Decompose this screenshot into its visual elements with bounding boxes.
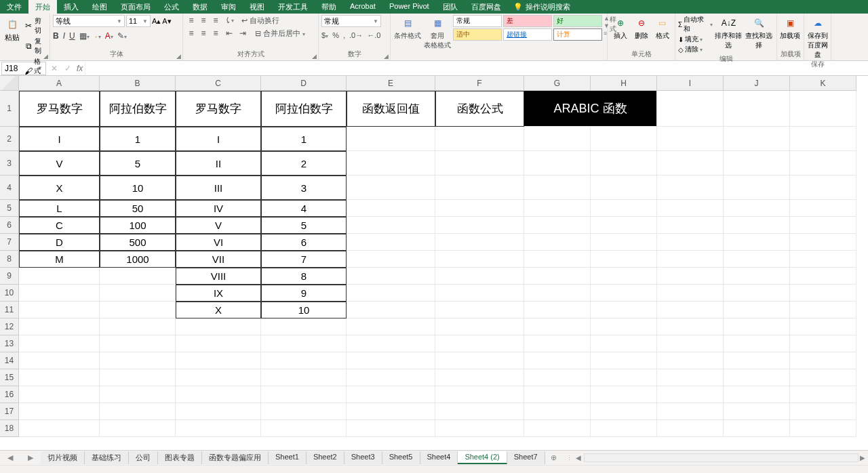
- cell[interactable]: [591, 200, 657, 217]
- cell[interactable]: [657, 352, 724, 369]
- fill-color-button[interactable]: ⬪▾: [94, 31, 101, 41]
- cell[interactable]: 1000: [100, 251, 176, 268]
- cell[interactable]: [19, 369, 100, 386]
- cell[interactable]: [657, 285, 724, 302]
- cell[interactable]: [524, 127, 591, 151]
- cell[interactable]: [261, 335, 347, 352]
- cell[interactable]: C: [19, 217, 100, 234]
- cell[interactable]: [724, 302, 790, 318]
- cell[interactable]: [435, 176, 524, 200]
- cancel-formula-icon[interactable]: ✕: [47, 64, 61, 73]
- tell-me-search[interactable]: 💡 操作说明搜索: [513, 2, 570, 12]
- cell[interactable]: 6: [261, 234, 347, 251]
- cell[interactable]: [724, 217, 790, 234]
- clear-button[interactable]: ◇清除▾: [678, 45, 713, 54]
- cell[interactable]: L: [19, 200, 100, 217]
- cell[interactable]: [347, 200, 435, 217]
- cell[interactable]: 1: [261, 127, 347, 151]
- cell[interactable]: [657, 386, 724, 403]
- paste-button[interactable]: 📋 粘贴: [3, 15, 22, 44]
- cell[interactable]: [657, 217, 724, 234]
- cell[interactable]: [524, 369, 591, 386]
- cell[interactable]: [435, 335, 524, 352]
- cell[interactable]: [524, 268, 591, 285]
- cell[interactable]: [790, 420, 856, 437]
- cell[interactable]: [657, 151, 724, 176]
- ribbon-tab-审阅[interactable]: 审阅: [214, 0, 243, 14]
- cell[interactable]: [435, 302, 524, 318]
- cell[interactable]: VI: [176, 234, 261, 251]
- cell[interactable]: [347, 335, 435, 352]
- cell[interactable]: I: [19, 127, 100, 151]
- increase-indent-icon[interactable]: ⇥: [237, 28, 248, 39]
- sheet-tab[interactable]: Sheet4 (2): [458, 451, 507, 464]
- cell[interactable]: [100, 369, 176, 386]
- cell[interactable]: [524, 200, 591, 217]
- clipboard-dialog-icon[interactable]: ◢: [43, 53, 48, 60]
- cell[interactable]: 7: [261, 251, 347, 268]
- cell[interactable]: [347, 352, 435, 369]
- cell[interactable]: 100: [100, 217, 176, 234]
- cell[interactable]: [19, 302, 100, 318]
- ribbon-tab-帮助[interactable]: 帮助: [315, 0, 343, 14]
- column-header-D[interactable]: D: [261, 76, 347, 91]
- merge-center-button[interactable]: ⊟ 合并后居中 ▾: [255, 28, 305, 39]
- cell[interactable]: [19, 352, 100, 369]
- number-dialog-icon[interactable]: ◢: [384, 53, 389, 60]
- row-header-12[interactable]: 12: [0, 318, 19, 335]
- cell[interactable]: [19, 335, 100, 352]
- align-left-icon[interactable]: ≡: [186, 28, 197, 39]
- cell[interactable]: [100, 386, 176, 403]
- cell[interactable]: [724, 91, 790, 127]
- cell[interactable]: [591, 268, 657, 285]
- sheet-tab[interactable]: Sheet3: [344, 451, 382, 464]
- sheet-nav-next-icon[interactable]: ▶: [28, 453, 33, 462]
- cell[interactable]: [591, 369, 657, 386]
- cell[interactable]: 1: [100, 127, 176, 151]
- style-normal[interactable]: 常规: [453, 15, 502, 27]
- cell[interactable]: [347, 369, 435, 386]
- sheet-tab[interactable]: Sheet4: [420, 451, 458, 464]
- cell[interactable]: I: [176, 127, 261, 151]
- grid[interactable]: ABCDEFGHIJK 123456789101112131415161718 …: [0, 76, 868, 450]
- cell[interactable]: [591, 318, 657, 335]
- add-sheet-button[interactable]: ⊕: [545, 452, 562, 464]
- sheet-tab[interactable]: 函数专题偏应用: [202, 451, 269, 464]
- cell[interactable]: [790, 302, 856, 318]
- row-header-5[interactable]: 5: [0, 200, 19, 217]
- font-size-select[interactable]: 11▼: [126, 15, 151, 27]
- cell[interactable]: [591, 176, 657, 200]
- cell[interactable]: IX: [176, 285, 261, 302]
- cell[interactable]: [724, 127, 790, 151]
- cell[interactable]: [790, 318, 856, 335]
- column-header-E[interactable]: E: [347, 76, 435, 91]
- cell[interactable]: [591, 302, 657, 318]
- column-header-J[interactable]: J: [724, 76, 790, 91]
- fx-icon[interactable]: fx: [75, 64, 85, 73]
- cell-styles-gallery[interactable]: 常规 差 好 适中 超链接 计算: [453, 15, 602, 41]
- cell[interactable]: [19, 403, 100, 420]
- cell[interactable]: [591, 251, 657, 268]
- cell[interactable]: 函数公式: [435, 91, 524, 127]
- cell[interactable]: [435, 403, 524, 420]
- phonetic-button[interactable]: ✎▾: [117, 31, 127, 41]
- cell[interactable]: [176, 369, 261, 386]
- wrap-text-button[interactable]: ↩ 自动换行: [241, 16, 279, 26]
- cell[interactable]: 4: [261, 200, 347, 217]
- cell[interactable]: M: [19, 251, 100, 268]
- cell[interactable]: [524, 318, 591, 335]
- delete-cells-button[interactable]: ⊖删除: [631, 15, 651, 41]
- cell[interactable]: 罗马数字: [19, 91, 100, 127]
- align-top-icon[interactable]: ≡: [186, 15, 197, 26]
- cell[interactable]: [724, 234, 790, 251]
- cell[interactable]: 5: [100, 151, 176, 176]
- row-header-18[interactable]: 18: [0, 420, 19, 437]
- cell[interactable]: VIII: [176, 268, 261, 285]
- alignment-dialog-icon[interactable]: ◢: [312, 53, 317, 60]
- cell[interactable]: [790, 91, 856, 127]
- format-as-table-button[interactable]: ▦ 套用 表格格式: [423, 15, 452, 50]
- underline-button[interactable]: U: [69, 31, 75, 41]
- ribbon-tab-Power Pivot[interactable]: Power Pivot: [382, 0, 436, 14]
- cell[interactable]: [347, 234, 435, 251]
- cell[interactable]: [347, 302, 435, 318]
